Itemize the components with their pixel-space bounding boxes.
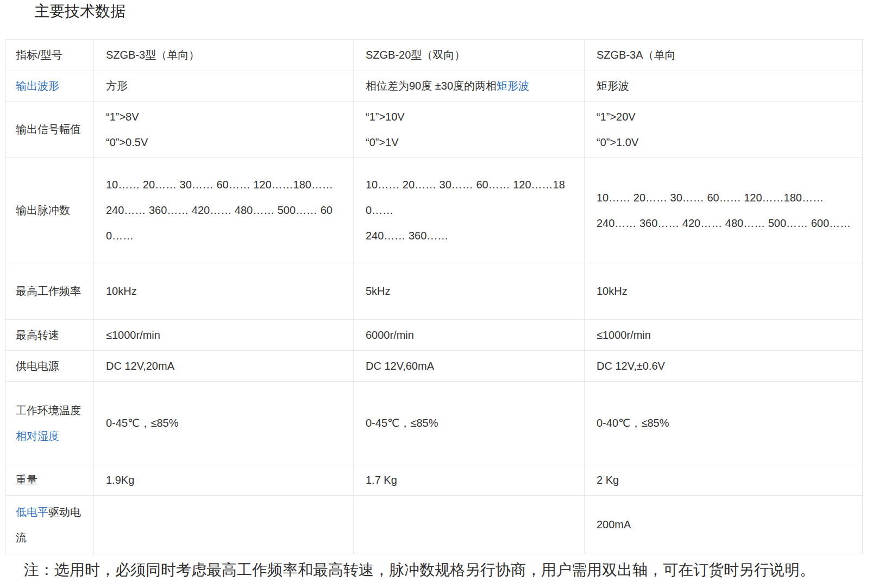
cell-waveform-szgb20: 相位差为90度 ±30度的两相矩形波 [354,71,585,102]
cell-amplitude-szgb3: “1”>8V “0”>0.5V [94,102,354,158]
cell-amplitude-szgb3a: “1”>20V “0”>1.0V [585,102,863,158]
amplitude-szgb20-text: “1”>10V “0”>1V [366,104,573,155]
waveform-szgb3a-text: 矩形波 [597,80,629,92]
label-max-frequency: 最高工作频率 [6,263,94,320]
amplitude-szgb3a-text: “1”>20V “0”>1.0V [597,104,851,155]
waveform-link[interactable]: 输出波形 [16,80,59,92]
waveform-szgb20-text: 相位差为90度 ±30度的两相 [366,80,497,92]
row-pulses: 输出脉冲数 10…… 20…… 30…… 60…… 120……180…… 240… [6,158,863,263]
cell-drive-current-szgb3a: 200mA [585,496,863,554]
row-environment: 工作环境温度 相对湿度 0-45℃，≤85% 0-45℃，≤85% 0-40℃，… [6,382,863,465]
rect-wave-link[interactable]: 矩形波 [497,80,529,92]
row-weight: 重量 1.9Kg 1.7 Kg 2 Kg [6,465,863,496]
environment-label-text: 工作环境温度 [16,398,83,423]
row-max-speed: 最高转速 ≤1000r/min 6000r/min ≤1000r/min [6,320,863,351]
amplitude-szgb3-text: “1”>8V “0”>0.5V [106,104,342,155]
header-metric-label: 指标/型号 [6,40,94,71]
footnote: 注：选用时，必须同时考虑最高工作频率和最高转速，脉冲数规格另行协商，用户需用双出… [24,561,872,579]
cell-amplitude-szgb20: “1”>10V “0”>1V [354,102,585,158]
cell-drive-current-szgb3 [94,496,354,554]
cell-pulses-szgb3: 10…… 20…… 30…… 60…… 120……180…… 240…… 360… [94,158,354,263]
cell-weight-szgb3a: 2 Kg [585,465,863,496]
cell-max-frequency-szgb20: 5kHz [354,263,585,320]
low-level-link[interactable]: 低电平 [16,506,48,518]
header-model-szgb20: SZGB-20型（双向） [354,40,585,71]
pulses-szgb3-text: 10…… 20…… 30…… 60…… 120……180…… 240…… 360… [106,172,342,249]
label-power: 供电电源 [6,351,94,382]
pulses-szgb20-text: 10…… 20…… 30…… 60…… 120……180…… 240…… 360… [366,172,573,249]
cell-max-frequency-szgb3: 10kHz [94,263,354,320]
header-model-szgb3a: SZGB-3A（单向 [585,40,863,71]
cell-pulses-szgb20: 10…… 20…… 30…… 60…… 120……180…… 240…… 360… [354,158,585,263]
spec-table: 指标/型号 SZGB-3型（单向） SZGB-20型（双向） SZGB-3A（单… [5,39,863,554]
humidity-link[interactable]: 相对湿度 [16,430,59,442]
cell-waveform-szgb3: 方形 [94,71,354,102]
table-header-row: 指标/型号 SZGB-3型（单向） SZGB-20型（双向） SZGB-3A（单… [6,40,863,71]
cell-environment-szgb3a: 0-40℃，≤85% [585,382,863,465]
cell-max-speed-szgb3: ≤1000r/min [94,320,354,351]
cell-power-szgb3a: DC 12V,±0.6V [585,351,863,382]
label-weight: 重量 [6,465,94,496]
cell-max-frequency-szgb3a: 10kHz [585,263,863,320]
row-max-frequency: 最高工作频率 10kHz 5kHz 10kHz [6,263,863,320]
pulses-szgb3a-text: 10…… 20…… 30…… 60…… 120……180…… 240…… 360… [597,185,851,236]
label-waveform: 输出波形 [6,71,94,102]
cell-max-speed-szgb3a: ≤1000r/min [585,320,863,351]
cell-max-speed-szgb20: 6000r/min [354,320,585,351]
cell-power-szgb20: DC 12V,60mA [354,351,585,382]
row-waveform: 输出波形 方形 相位差为90度 ±30度的两相矩形波 矩形波 [6,71,863,102]
label-max-speed: 最高转速 [6,320,94,351]
cell-environment-szgb3: 0-45℃，≤85% [94,382,354,465]
label-amplitude: 输出信号幅值 [6,102,94,158]
label-drive-current: 低电平驱动电流 [6,496,94,554]
row-power: 供电电源 DC 12V,20mA DC 12V,60mA DC 12V,±0.6… [6,351,863,382]
page-title: 主要技术数据 [34,3,872,20]
cell-drive-current-szgb20 [354,496,585,554]
label-pulses: 输出脉冲数 [6,158,94,263]
cell-power-szgb3: DC 12V,20mA [94,351,354,382]
cell-weight-szgb3: 1.9Kg [94,465,354,496]
label-environment: 工作环境温度 相对湿度 [6,382,94,465]
cell-pulses-szgb3a: 10…… 20…… 30…… 60…… 120……180…… 240…… 360… [585,158,863,263]
cell-weight-szgb20: 1.7 Kg [354,465,585,496]
header-model-szgb3: SZGB-3型（单向） [94,40,354,71]
waveform-szgb3-text: 方形 [106,80,128,92]
cell-waveform-szgb3a: 矩形波 [585,71,863,102]
cell-environment-szgb20: 0-45℃，≤85% [354,382,585,465]
row-drive-current: 低电平驱动电流 200mA [6,496,863,554]
row-amplitude: 输出信号幅值 “1”>8V “0”>0.5V “1”>10V “0”>1V “1… [6,102,863,158]
